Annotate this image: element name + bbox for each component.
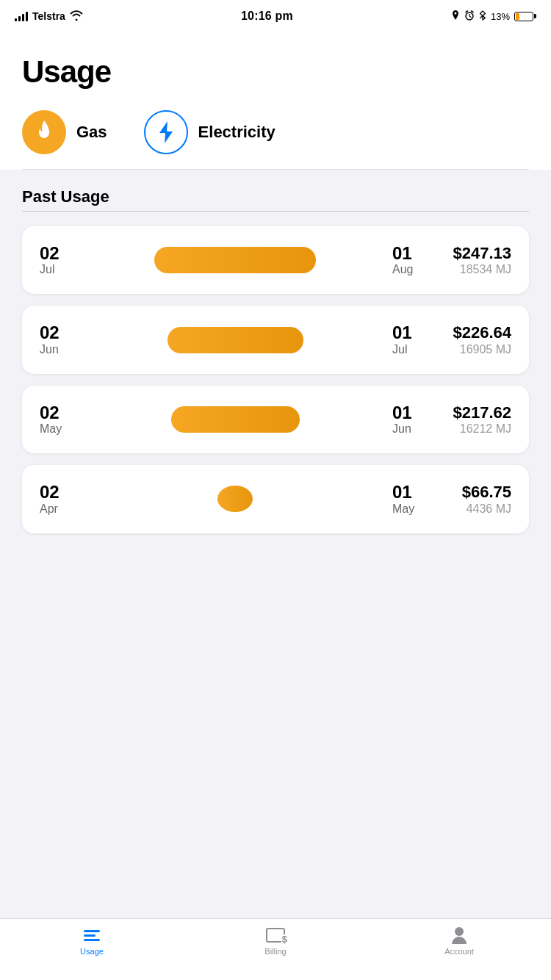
start-date-1: 02 Jun	[40, 323, 78, 356]
status-bar: Telstra 10:16 pm 13%	[0, 0, 551, 32]
start-month-3: Apr	[40, 502, 78, 516]
page-title: Usage	[22, 54, 529, 90]
end-date-1: 01 Jul	[392, 323, 431, 356]
price-1: $226.64	[431, 323, 511, 342]
tab-billing[interactable]: $ Billing	[184, 926, 367, 956]
bar-area-0	[78, 247, 392, 273]
main-content: Usage Gas Electricity	[0, 32, 551, 170]
status-left: Telstra	[15, 10, 83, 23]
amount-1: $226.64 16905 MJ	[431, 323, 511, 356]
tab-bar: Usage $ Billing Account	[0, 918, 551, 980]
tab-account[interactable]: Account	[367, 926, 551, 956]
end-date-2: 01 Jun	[392, 403, 431, 436]
price-2: $217.62	[431, 403, 511, 422]
end-month-1: Jul	[392, 343, 431, 356]
end-month-3: May	[392, 502, 431, 516]
mj-1: 16905 MJ	[431, 343, 511, 356]
start-month-2: May	[40, 422, 78, 436]
alarm-icon	[464, 10, 475, 23]
status-time: 10:16 pm	[241, 10, 293, 23]
usage-bar-0	[154, 247, 316, 273]
type-selector: Gas Electricity	[22, 110, 529, 170]
electricity-button[interactable]: Electricity	[144, 110, 276, 154]
gas-icon-circle	[22, 110, 66, 154]
billing-tab-label: Billing	[264, 947, 286, 956]
bar-area-2	[78, 406, 392, 433]
tab-usage[interactable]: Usage	[0, 926, 184, 956]
usage-bar-2	[171, 406, 300, 433]
mj-2: 16212 MJ	[431, 422, 511, 436]
end-day-3: 01	[392, 483, 431, 502]
past-usage-section: Past Usage 02 Jul 01 Aug $247.13 18534 M…	[0, 170, 551, 563]
start-month-0: Jul	[40, 263, 78, 276]
bolt-icon	[156, 120, 176, 145]
end-day-1: 01	[392, 323, 431, 342]
gas-button[interactable]: Gas	[22, 110, 107, 154]
usage-card-0[interactable]: 02 Jul 01 Aug $247.13 18534 MJ	[22, 226, 529, 294]
battery-icon	[514, 12, 536, 21]
battery-percent: 13%	[491, 11, 510, 22]
start-date-0: 02 Jul	[40, 244, 78, 276]
bar-area-1	[78, 327, 392, 353]
start-day-2: 02	[40, 403, 78, 422]
account-tab-label: Account	[444, 947, 474, 956]
electricity-label: Electricity	[198, 123, 276, 142]
electricity-icon-circle	[144, 110, 188, 154]
bluetooth-icon	[479, 10, 486, 23]
mj-0: 18534 MJ	[431, 263, 511, 276]
price-3: $66.75	[431, 483, 511, 502]
section-divider	[22, 211, 529, 212]
usage-bar-3	[217, 486, 253, 512]
location-icon	[451, 10, 460, 23]
usage-bar-1	[168, 327, 303, 353]
end-date-3: 01 May	[392, 483, 431, 515]
usage-tab-label: Usage	[80, 947, 104, 956]
wifi-icon	[70, 10, 83, 23]
usage-card-2[interactable]: 02 May 01 Jun $217.62 16212 MJ	[22, 386, 529, 453]
end-month-2: Jun	[392, 422, 431, 436]
billing-tab-icon: $	[265, 926, 286, 944]
carrier-label: Telstra	[32, 10, 65, 22]
signal-bars	[15, 11, 28, 21]
status-right: 13%	[451, 10, 536, 23]
flame-icon	[33, 119, 55, 145]
start-day-0: 02	[40, 244, 78, 263]
amount-3: $66.75 4436 MJ	[431, 483, 511, 515]
section-title: Past Usage	[22, 187, 529, 206]
end-day-2: 01	[392, 403, 431, 422]
start-date-3: 02 Apr	[40, 483, 78, 515]
end-month-0: Aug	[392, 263, 431, 276]
end-date-0: 01 Aug	[392, 244, 431, 276]
usage-tab-icon	[82, 926, 102, 944]
end-day-0: 01	[392, 244, 431, 263]
bar-area-3	[78, 486, 392, 512]
start-date-2: 02 May	[40, 403, 78, 436]
gas-label: Gas	[76, 123, 107, 142]
usage-card-3[interactable]: 02 Apr 01 May $66.75 4436 MJ	[22, 465, 529, 533]
start-month-1: Jun	[40, 343, 78, 356]
amount-2: $217.62 16212 MJ	[431, 403, 511, 436]
price-0: $247.13	[431, 244, 511, 263]
start-day-1: 02	[40, 323, 78, 342]
account-tab-icon	[449, 926, 469, 944]
start-day-3: 02	[40, 483, 78, 502]
usage-card-1[interactable]: 02 Jun 01 Jul $226.64 16905 MJ	[22, 306, 529, 373]
amount-0: $247.13 18534 MJ	[431, 244, 511, 276]
mj-3: 4436 MJ	[431, 502, 511, 516]
